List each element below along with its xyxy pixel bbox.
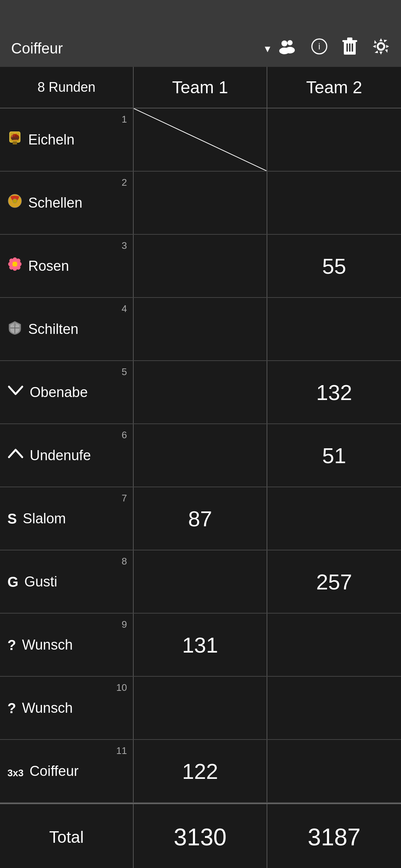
row-icon-undenufe bbox=[7, 446, 24, 465]
total-team1: 3130 bbox=[134, 804, 267, 868]
svg-line-20 bbox=[134, 108, 267, 171]
row-icon-wunsch: ? bbox=[7, 636, 16, 654]
toolbar-actions: i bbox=[278, 38, 390, 59]
users-icon[interactable] bbox=[278, 38, 296, 58]
status-bar bbox=[0, 0, 401, 30]
svg-point-31 bbox=[9, 265, 14, 270]
row-name: Schilten bbox=[28, 321, 78, 337]
table-row[interactable]: Schilten 4 bbox=[0, 298, 401, 361]
table-row[interactable]: 🌰 Eicheln 1 bbox=[0, 108, 401, 172]
row-name: Rosen bbox=[28, 258, 69, 274]
row-number: 10 bbox=[116, 682, 127, 693]
row-name: Coiffeur bbox=[29, 763, 78, 779]
team2-header[interactable]: Team 2 bbox=[267, 67, 401, 108]
row-team2-wunsch[interactable] bbox=[267, 614, 401, 676]
team1-value: 87 bbox=[188, 506, 212, 531]
row-label-schellen: Schellen 2 bbox=[0, 172, 134, 234]
row-team1-wunsch[interactable]: 131 bbox=[134, 614, 267, 676]
row-team1-obenabe[interactable] bbox=[134, 361, 267, 423]
row-name: Eicheln bbox=[28, 132, 75, 148]
total-label: Total bbox=[0, 804, 134, 868]
team2-value: 132 bbox=[316, 380, 352, 405]
row-name: Wunsch bbox=[22, 637, 73, 653]
row-label-obenabe: Obenabe 5 bbox=[0, 361, 134, 423]
row-team1-schilten[interactable] bbox=[134, 298, 267, 360]
table-row[interactable]: Obenabe 5 132 bbox=[0, 361, 401, 424]
table-row[interactable]: G Gusti 8 257 bbox=[0, 550, 401, 614]
row-number: 4 bbox=[122, 303, 127, 315]
team2-value: 51 bbox=[322, 443, 346, 468]
row-number: 6 bbox=[122, 429, 127, 441]
settings-icon[interactable] bbox=[372, 38, 390, 59]
svg-rect-9 bbox=[346, 43, 348, 52]
row-team1-slalom[interactable]: 87 bbox=[134, 487, 267, 550]
row-number: 9 bbox=[122, 619, 127, 630]
row-team1-undenufe[interactable] bbox=[134, 424, 267, 487]
info-icon[interactable]: i bbox=[311, 38, 327, 58]
row-label-gusti: G Gusti 8 bbox=[0, 550, 134, 613]
svg-rect-11 bbox=[352, 43, 353, 52]
row-name: Schellen bbox=[28, 195, 82, 211]
total-team2: 3187 bbox=[267, 804, 401, 868]
table-row[interactable]: ? Wunsch 10 bbox=[0, 677, 401, 740]
row-number: 7 bbox=[122, 492, 127, 504]
row-team2-obenabe[interactable]: 132 bbox=[267, 361, 401, 423]
row-team1-coiffeur[interactable]: 122 bbox=[134, 740, 267, 802]
row-team2-schellen[interactable] bbox=[267, 172, 401, 234]
row-icon-slalom: S bbox=[7, 510, 17, 527]
row-team1-gusti[interactable] bbox=[134, 550, 267, 613]
row-name: Undenufe bbox=[30, 448, 91, 464]
row-label-slalom: S Slalom 7 bbox=[0, 487, 134, 550]
row-number: 8 bbox=[122, 556, 127, 567]
row-team2-coiffeur[interactable] bbox=[267, 740, 401, 802]
row-team2-eicheln[interactable] bbox=[267, 108, 401, 171]
table-row[interactable]: S Slalom 7 87 bbox=[0, 487, 401, 550]
table-body: 🌰 Eicheln 1 Schellen 2 Rosen 3 bbox=[0, 108, 401, 803]
svg-point-1 bbox=[287, 40, 293, 45]
svg-point-3 bbox=[285, 47, 295, 53]
team1-value: 122 bbox=[182, 759, 218, 784]
dropdown-icon[interactable]: ▾ bbox=[265, 42, 270, 55]
team2-value: 257 bbox=[316, 569, 352, 594]
table-row[interactable]: 3x3 Coiffeur 11 122 bbox=[0, 740, 401, 803]
svg-text:🌰: 🌰 bbox=[10, 132, 20, 141]
delete-icon[interactable] bbox=[342, 38, 357, 59]
row-team2-slalom[interactable] bbox=[267, 487, 401, 550]
row-number: 2 bbox=[122, 177, 127, 188]
row-name: Slalom bbox=[23, 511, 66, 527]
row-label-schilten: Schilten 4 bbox=[0, 298, 134, 360]
row-team2-schilten[interactable] bbox=[267, 298, 401, 360]
row-label-wunsch: ? Wunsch 9 bbox=[0, 614, 134, 676]
total-row: Total 3130 3187 bbox=[0, 803, 401, 868]
table-row[interactable]: ? Wunsch 9 131 bbox=[0, 614, 401, 677]
row-team2-gusti[interactable]: 257 bbox=[267, 550, 401, 613]
team2-value: 55 bbox=[322, 254, 346, 279]
row-icon-eicheln: 🌰 bbox=[7, 130, 22, 149]
svg-point-29 bbox=[9, 259, 14, 263]
row-icon-obenabe bbox=[7, 383, 24, 402]
row-icon-wunsch2: ? bbox=[7, 699, 16, 717]
row-team1-rosen[interactable] bbox=[134, 235, 267, 297]
table-row[interactable]: Undenufe 6 51 bbox=[0, 424, 401, 487]
row-team1-schellen[interactable] bbox=[134, 172, 267, 234]
toolbar: Coiffeur ▾ i bbox=[0, 30, 401, 67]
row-team2-undenufe[interactable]: 51 bbox=[267, 424, 401, 487]
svg-rect-18 bbox=[13, 142, 17, 144]
row-icon-coiffeur: 3x3 bbox=[7, 762, 23, 780]
team1-header[interactable]: Team 1 bbox=[134, 67, 267, 108]
team1-value: 131 bbox=[182, 633, 218, 657]
row-team2-wunsch2[interactable] bbox=[267, 677, 401, 739]
row-icon-rosen bbox=[7, 257, 22, 275]
table-row[interactable]: Schellen 2 bbox=[0, 172, 401, 235]
table-row[interactable]: Rosen 3 55 bbox=[0, 235, 401, 298]
row-name: Gusti bbox=[25, 574, 58, 590]
row-team1-eicheln[interactable] bbox=[134, 108, 267, 171]
svg-point-32 bbox=[16, 265, 20, 270]
row-number: 1 bbox=[122, 114, 127, 125]
row-label-coiffeur: 3x3 Coiffeur 11 bbox=[0, 740, 134, 802]
row-label-wunsch2: ? Wunsch 10 bbox=[0, 677, 134, 739]
row-team2-rosen[interactable]: 55 bbox=[267, 235, 401, 297]
row-label-rosen: Rosen 3 bbox=[0, 235, 134, 297]
svg-rect-10 bbox=[349, 43, 351, 52]
row-team1-wunsch2[interactable] bbox=[134, 677, 267, 739]
